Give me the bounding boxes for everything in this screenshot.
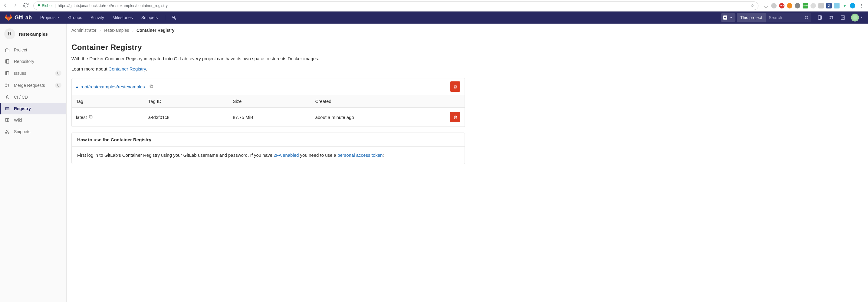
main-content: Administrator › restexamples › Container… <box>67 24 868 302</box>
url-text: https://gitlab.jonashackt.io/root/restex… <box>58 3 168 8</box>
todos-icon[interactable] <box>838 13 848 22</box>
book-icon <box>5 118 10 123</box>
user-menu[interactable] <box>851 13 863 22</box>
registry-path-link[interactable]: root/restexamples/restexamples <box>81 84 145 89</box>
reload-icon[interactable] <box>23 2 28 9</box>
svg-rect-2 <box>818 16 821 19</box>
ext-icon-2[interactable] <box>787 3 792 8</box>
browser-extensions: ◡ ABP CORS Z ▼ ⋮ <box>763 3 866 8</box>
gitlab-logo[interactable]: GitLab <box>5 14 32 21</box>
search-input[interactable] <box>766 15 802 20</box>
admin-wrench-icon[interactable] <box>169 13 179 22</box>
container-registry-link[interactable]: Container Registry <box>108 66 146 71</box>
chevron-right-icon: › <box>99 28 101 33</box>
browser-nav-buttons <box>2 2 28 9</box>
search-icon[interactable] <box>802 13 811 22</box>
search-scope[interactable]: This project <box>737 13 766 22</box>
sidebar-item-label: Wiki <box>14 118 22 123</box>
col-created: Created <box>311 95 446 108</box>
howto-block: How to use the Container Registry First … <box>71 132 465 164</box>
svg-point-6 <box>832 19 833 19</box>
sidebar-item-label: Project <box>14 48 27 52</box>
breadcrumb: Administrator › restexamples › Container… <box>71 24 465 37</box>
star-icon[interactable]: ☆ <box>751 3 754 8</box>
svg-point-12 <box>6 84 7 85</box>
tag-created: about a minute ago <box>311 108 446 127</box>
copy-icon[interactable] <box>89 115 93 120</box>
pocket-icon[interactable]: ◡ <box>763 3 769 8</box>
breadcrumb-current: Container Registry <box>136 28 174 33</box>
project-name: restexamples <box>19 31 48 37</box>
project-header[interactable]: R restexamples <box>0 24 66 44</box>
svg-rect-19 <box>90 116 92 118</box>
issues-icon[interactable] <box>815 13 825 22</box>
url-bar[interactable]: Sicher | https://gitlab.jonashackt.io/ro… <box>33 1 758 10</box>
learn-more: Learn more about Container Registry. <box>71 65 465 72</box>
ext-icon-4[interactable] <box>810 3 816 8</box>
chrome-menu-icon[interactable]: ⋮ <box>858 3 866 8</box>
browser-chrome: Sicher | https://gitlab.jonashackt.io/ro… <box>0 0 868 11</box>
sidebar-item-repository[interactable]: Repository <box>0 56 66 67</box>
delete-registry-button[interactable] <box>450 82 460 92</box>
home-icon <box>5 48 10 52</box>
svg-point-5 <box>830 19 831 19</box>
search-wrapper: This project <box>737 13 811 22</box>
howto-title: How to use the Container Registry <box>72 133 465 147</box>
sidebar-item-label: Registry <box>14 106 31 111</box>
nav-groups[interactable]: Groups <box>65 11 86 24</box>
page-title: Container Registry <box>71 43 465 52</box>
ext-icon-3[interactable] <box>795 3 800 8</box>
back-icon[interactable] <box>2 2 8 9</box>
abp-icon[interactable]: ABP <box>779 3 784 8</box>
ext-icon-7[interactable] <box>850 3 855 8</box>
vue-icon[interactable]: ▼ <box>842 3 847 8</box>
svg-point-4 <box>830 16 831 17</box>
sidebar-item-project[interactable]: Project <box>0 44 66 56</box>
col-tag: Tag <box>72 95 144 108</box>
ext-icon-z[interactable]: Z <box>826 3 832 8</box>
delete-tag-button[interactable] <box>450 112 460 122</box>
nav-snippets[interactable]: Snippets <box>138 11 161 24</box>
chevron-right-icon: › <box>132 28 133 33</box>
issues-count: 0 <box>55 70 61 76</box>
merge-requests-icon[interactable] <box>826 13 837 22</box>
cors-icon[interactable]: CORS <box>803 3 808 8</box>
sidebar-item-merge-requests[interactable]: Merge Requests 0 <box>0 79 66 91</box>
nav-activity[interactable]: Activity <box>87 11 108 24</box>
user-avatar <box>851 13 859 22</box>
2fa-link[interactable]: 2FA enabled <box>274 152 299 158</box>
forward-icon[interactable] <box>13 2 18 9</box>
sidebar-item-issues[interactable]: Issues 0 <box>0 67 66 79</box>
registry-icon <box>5 106 10 111</box>
howto-body: First log in to GitLab's Container Regis… <box>72 147 465 164</box>
ext-icon[interactable] <box>771 3 777 8</box>
sidebar-item-snippets[interactable]: Snippets <box>0 126 66 138</box>
registry-block: ▴ root/restexamples/restexamples Tag Tag… <box>71 78 465 127</box>
breadcrumb-item[interactable]: Administrator <box>71 28 96 33</box>
ext-icon-6[interactable] <box>834 3 840 8</box>
sidebar-item-label: CI / CD <box>14 95 28 99</box>
navbar: GitLab Projects Groups Activity Mileston… <box>0 11 868 24</box>
sidebar: R restexamples Project Repository Issues… <box>0 24 67 302</box>
pat-link[interactable]: personal access token <box>337 152 382 158</box>
tag-name: latest <box>76 115 87 120</box>
svg-point-14 <box>8 86 9 87</box>
chevron-up-icon[interactable]: ▴ <box>76 84 78 89</box>
sidebar-item-registry[interactable]: Registry <box>0 103 66 114</box>
sidebar-item-wiki[interactable]: Wiki <box>0 114 66 126</box>
sidebar-item-label: Snippets <box>14 129 30 134</box>
breadcrumb-item[interactable]: restexamples <box>104 28 129 33</box>
plus-icon[interactable] <box>721 13 736 22</box>
merge-icon <box>5 83 10 88</box>
sidebar-item-cicd[interactable]: CI / CD <box>0 91 66 103</box>
svg-rect-11 <box>6 71 9 75</box>
nav-milestones[interactable]: Milestones <box>109 11 136 24</box>
svg-rect-3 <box>819 16 822 19</box>
ext-icon-5[interactable] <box>818 3 824 8</box>
svg-rect-9 <box>6 60 9 63</box>
copy-icon[interactable] <box>149 84 153 89</box>
svg-point-13 <box>6 86 7 87</box>
svg-rect-10 <box>6 71 8 75</box>
nav-projects[interactable]: Projects <box>37 11 64 24</box>
repo-icon <box>5 59 10 64</box>
